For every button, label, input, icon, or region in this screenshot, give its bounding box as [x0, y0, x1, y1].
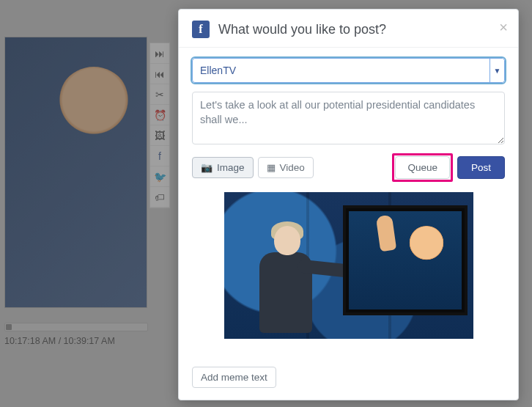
attachment-buttons-row: 📷 Image ▦ Video Queue Post — [192, 153, 505, 182]
close-icon[interactable]: × — [499, 20, 508, 34]
film-icon: ▦ — [267, 162, 276, 173]
post-button[interactable]: Post — [457, 156, 505, 179]
image-attach-button[interactable]: 📷 Image — [192, 157, 254, 178]
post-text-input[interactable]: Let's take a look at all our potential p… — [192, 92, 505, 144]
modal-header: f What would you like to post? × — [179, 10, 518, 48]
video-attach-button[interactable]: ▦ Video — [258, 157, 314, 178]
preview-host-figure — [246, 221, 327, 339]
camera-icon: 📷 — [201, 162, 213, 173]
add-meme-text-label: Add meme text — [201, 372, 267, 383]
image-button-label: Image — [217, 162, 245, 173]
queue-button[interactable]: Queue — [395, 156, 450, 179]
video-button-label: Video — [280, 162, 305, 173]
post-composer-modal: f What would you like to post? × ▼ Let's… — [178, 9, 519, 400]
account-select[interactable] — [192, 58, 505, 83]
modal-title: What would you like to post? — [218, 22, 386, 37]
preview-tv-frame — [343, 205, 468, 315]
queue-button-label: Queue — [407, 162, 437, 173]
queue-highlight: Queue — [392, 153, 453, 182]
modal-body: ▼ Let's take a look at all our potential… — [179, 48, 518, 359]
image-preview[interactable] — [224, 192, 473, 339]
modal-footer: Add meme text — [179, 359, 518, 400]
add-meme-text-button[interactable]: Add meme text — [192, 367, 276, 388]
post-button-label: Post — [471, 162, 491, 173]
account-select-wrap: ▼ — [192, 58, 505, 83]
facebook-logo-icon: f — [192, 21, 210, 38]
